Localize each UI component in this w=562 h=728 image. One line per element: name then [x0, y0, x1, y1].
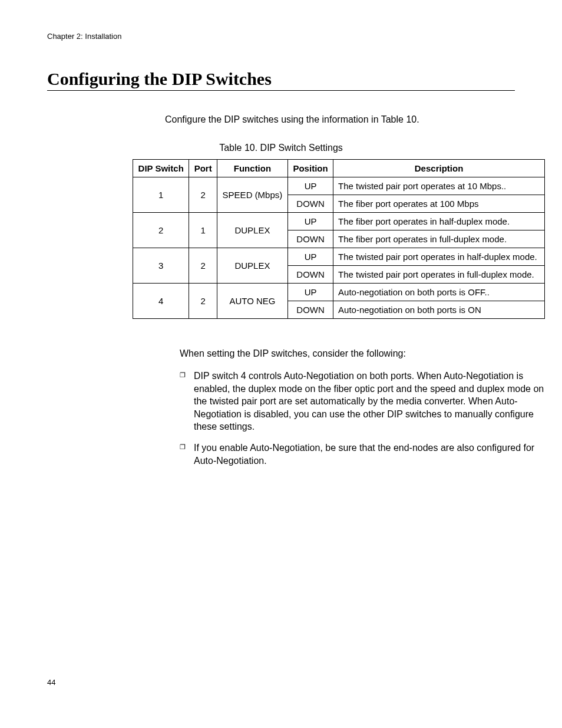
table-row: 4 2 AUTO NEG UP Auto-negotiation on both…	[133, 284, 545, 301]
list-item: If you enable Auto-Negotiation, be sure …	[180, 442, 545, 467]
cell-desc: Auto-negotiation on both ports is ON	[333, 301, 545, 319]
cell-pos: DOWN	[288, 266, 333, 284]
section-title: Configuring the DIP Switches	[47, 69, 515, 91]
cell-pos: UP	[288, 248, 333, 266]
cell-func: SPEED (Mbps)	[217, 177, 287, 213]
cell-pos: DOWN	[288, 301, 333, 319]
cell-desc: The fiber port operates in half-duplex m…	[333, 213, 545, 230]
cell-pos: UP	[288, 284, 333, 301]
cell-port: 2	[189, 284, 217, 319]
cell-pos: DOWN	[288, 195, 333, 213]
cell-port: 2	[189, 248, 217, 284]
table-caption: Table 10. DIP Switch Settings	[47, 143, 515, 153]
intro-paragraph: Configure the DIP switches using the inf…	[165, 114, 515, 125]
cell-desc: Auto-negotiation on both ports is OFF..	[333, 284, 545, 301]
cell-dip: 2	[133, 213, 189, 248]
cell-func: DUPLEX	[217, 248, 287, 284]
cell-dip: 4	[133, 284, 189, 319]
cell-port: 2	[189, 177, 217, 213]
list-item: DIP switch 4 controls Auto-Negotiation o…	[180, 370, 545, 433]
th-dip: DIP Switch	[133, 160, 189, 177]
chapter-header: Chapter 2: Installation	[47, 32, 515, 41]
cell-dip: 3	[133, 248, 189, 284]
page-number: 44	[47, 678, 55, 687]
cell-desc: The twisted pair port operates at 10 Mbp…	[333, 177, 545, 195]
cell-func: AUTO NEG	[217, 284, 287, 319]
th-function: Function	[217, 160, 287, 177]
cell-pos: DOWN	[288, 230, 333, 248]
cell-func: DUPLEX	[217, 213, 287, 248]
th-description: Description	[333, 160, 545, 177]
after-lead: When setting the DIP switches, consider …	[180, 348, 545, 359]
cell-desc: The twisted pair port operates in full-d…	[333, 266, 545, 284]
cell-dip: 1	[133, 177, 189, 213]
th-position: Position	[288, 160, 333, 177]
dip-switch-table: DIP Switch Port Function Position Descri…	[133, 159, 545, 319]
table-row: 3 2 DUPLEX UP The twisted pair port oper…	[133, 248, 545, 266]
cell-desc: The fiber port operates at 100 Mbps	[333, 195, 545, 213]
th-port: Port	[189, 160, 217, 177]
table-header-row: DIP Switch Port Function Position Descri…	[133, 160, 545, 177]
cell-desc: The fiber port operates in full-duplex m…	[333, 230, 545, 248]
page: Chapter 2: Installation Configuring the …	[0, 0, 562, 728]
cell-desc: The twisted pair port operates in half-d…	[333, 248, 545, 266]
cell-pos: UP	[288, 177, 333, 195]
after-table-section: When setting the DIP switches, consider …	[180, 348, 545, 467]
table-row: 1 2 SPEED (Mbps) UP The twisted pair por…	[133, 177, 545, 195]
notes-list: DIP switch 4 controls Auto-Negotiation o…	[180, 370, 545, 467]
cell-pos: UP	[288, 213, 333, 230]
table-row: 2 1 DUPLEX UP The fiber port operates in…	[133, 213, 545, 230]
cell-port: 1	[189, 213, 217, 248]
